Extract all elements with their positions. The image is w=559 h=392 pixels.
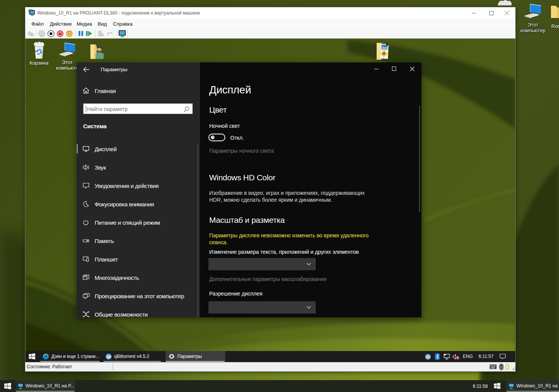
svg-text:qb: qb xyxy=(426,355,430,359)
svg-text:qb: qb xyxy=(107,355,111,359)
